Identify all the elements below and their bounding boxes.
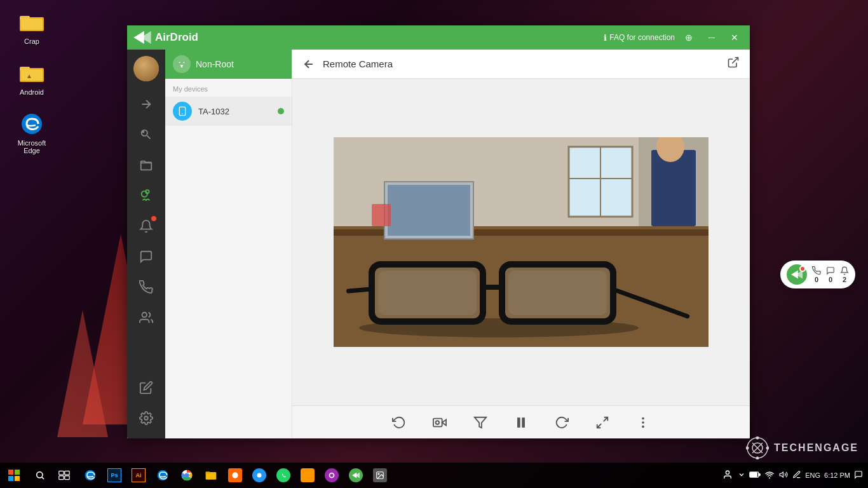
svg-rect-86	[750, 472, 757, 477]
sidebar-item-phone[interactable]	[131, 273, 161, 301]
taskbar-photos-button[interactable]	[369, 463, 391, 488]
device-panel: Non-Root My devices TA-1032	[165, 50, 292, 438]
sidebar-item-settings[interactable]	[131, 404, 161, 432]
taskbar-photoshop-button[interactable]: Ps	[103, 463, 126, 488]
camera-switch-button[interactable]	[427, 410, 452, 435]
close-icon: ✕	[731, 32, 738, 43]
android-label: Android	[20, 88, 44, 96]
edit-icon	[139, 381, 153, 395]
svg-point-48	[642, 421, 644, 424]
back-button[interactable]	[302, 58, 315, 71]
edge-label: Microsoft Edge	[10, 139, 54, 154]
cortana-search-button[interactable]	[28, 463, 52, 488]
pause-button[interactable]	[508, 410, 534, 435]
svg-point-77	[232, 472, 238, 478]
widget-messages-count: 0	[829, 276, 832, 283]
task-view-button[interactable]	[52, 463, 76, 488]
user-avatar[interactable]	[133, 56, 159, 81]
svg-rect-66	[59, 471, 64, 475]
content-title: Remote Camera	[323, 58, 719, 69]
tray-volume-icon	[778, 470, 789, 481]
faq-text: FAQ for connection	[609, 33, 675, 42]
desktop-icon-edge[interactable]: Microsoft Edge	[10, 111, 54, 154]
taskbar-illustrator-button[interactable]: Ai	[127, 463, 150, 488]
taskbar-app1-icon	[228, 468, 242, 482]
refresh-button[interactable]	[549, 410, 574, 435]
svg-point-83	[378, 473, 379, 475]
sidebar-item-notifications[interactable]	[131, 212, 161, 240]
device-item-ta1032[interactable]: TA-1032	[165, 97, 292, 126]
svg-point-41	[436, 421, 440, 424]
widget-call-icon	[812, 266, 821, 275]
tray-pen-icon[interactable]	[792, 470, 801, 481]
windows-start-icon	[8, 470, 20, 481]
more-button[interactable]	[630, 410, 656, 435]
airdroid-logo-icon	[133, 31, 151, 44]
svg-rect-31	[372, 204, 391, 226]
rotate-button[interactable]	[386, 410, 412, 435]
svg-point-47	[642, 417, 644, 419]
pin-button[interactable]: ⊕	[680, 29, 698, 46]
tray-chevron-icon[interactable]	[738, 470, 745, 480]
external-link-button[interactable]	[727, 56, 740, 72]
photo-icon	[376, 471, 384, 480]
taskbar-whatsapp-button[interactable]	[272, 463, 295, 488]
sidebar-item-messages[interactable]	[131, 243, 161, 271]
close-button[interactable]: ✕	[726, 29, 743, 46]
svg-point-79	[330, 473, 334, 478]
taskbar-app3-icon	[301, 468, 315, 482]
taskbar-edge2-button[interactable]	[151, 463, 174, 488]
wifi-tray-icon	[764, 470, 775, 479]
taskbar-explorer-button[interactable]	[200, 463, 222, 488]
sidebar-item-folder[interactable]	[131, 151, 161, 179]
tray-language[interactable]: ENG	[805, 471, 820, 479]
sidebar-item-contacts[interactable]	[131, 304, 161, 332]
desktop-icon-android[interactable]: ▲ Android	[10, 60, 54, 96]
tray-notification-action-center[interactable]	[854, 470, 863, 481]
camera-scene-svg	[334, 137, 709, 347]
widget-message-icon	[826, 266, 835, 275]
svg-line-46	[597, 423, 601, 427]
svg-rect-76	[206, 471, 210, 473]
minimize-button[interactable]: ─	[703, 29, 721, 46]
floating-widget[interactable]: 0 0 2	[780, 261, 855, 288]
svg-point-16	[181, 66, 183, 68]
device-panel-header: Non-Root	[165, 50, 292, 79]
taskbar-app3-button[interactable]	[296, 463, 319, 488]
taskbar-airdroid-button[interactable]	[344, 463, 367, 488]
taskbar: Ps Ai	[0, 463, 868, 488]
filter-button[interactable]	[468, 410, 493, 435]
taskbar-chrome-button[interactable]	[175, 463, 198, 488]
sidebar-item-camera[interactable]	[131, 182, 161, 210]
title-bar: AirDroid ℹ FAQ for connection ⊕ ─ ✕	[127, 25, 750, 50]
taskbar-edge-button[interactable]	[79, 463, 102, 488]
phone-device-icon	[177, 106, 187, 116]
more-icon	[636, 416, 650, 430]
camera-view	[292, 79, 750, 405]
external-link-icon	[727, 56, 740, 69]
faq-link[interactable]: ℹ FAQ for connection	[604, 33, 675, 43]
svg-rect-67	[65, 471, 69, 475]
taskbar-app1-button[interactable]	[224, 463, 247, 488]
svg-rect-43	[518, 417, 520, 427]
device-name: TA-1032	[198, 107, 271, 116]
sidebar-item-edit[interactable]	[131, 374, 161, 402]
airdroid-window: AirDroid ℹ FAQ for connection ⊕ ─ ✕	[127, 25, 750, 438]
tray-people-icon[interactable]	[724, 470, 734, 482]
taskbar-app2-button[interactable]	[248, 463, 271, 488]
battery-icon	[749, 470, 761, 479]
taskbar-explorer-icon	[205, 469, 217, 482]
phone-icon	[139, 280, 153, 294]
svg-marker-42	[475, 417, 486, 428]
sidebar-item-find[interactable]	[131, 121, 161, 149]
taskbar-app4-button[interactable]	[320, 463, 343, 488]
desktop-icon-crap[interactable]: Crap	[10, 10, 54, 45]
svg-rect-39	[508, 271, 607, 315]
start-button[interactable]	[0, 463, 28, 488]
widget-bell-icon	[840, 266, 849, 275]
camera-icon	[139, 189, 153, 203]
title-bar-left: AirDroid	[133, 31, 198, 44]
sidebar-item-transfer[interactable]	[131, 90, 161, 118]
refresh-icon	[555, 416, 569, 430]
fullscreen-button[interactable]	[590, 410, 615, 435]
